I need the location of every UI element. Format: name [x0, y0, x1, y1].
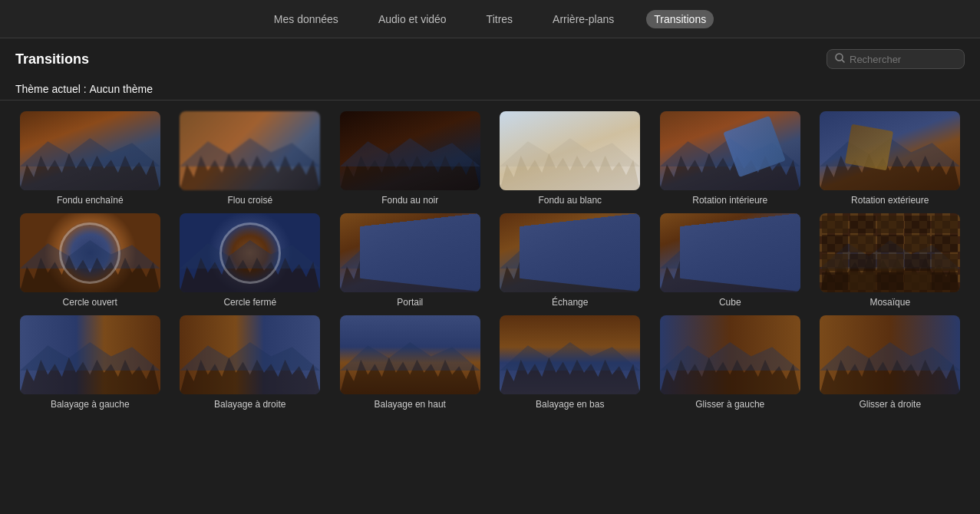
transition-label-balayage-haut: Balayage en haut — [375, 399, 446, 410]
mosaic-cell — [850, 254, 876, 272]
transition-item-fondu-au-blanc[interactable]: Fondu au blanc — [496, 111, 645, 206]
page-title: Transitions — [15, 51, 89, 68]
nav-item-mes-donnees[interactable]: Mes données — [266, 10, 346, 28]
transition-label-echange: Échange — [552, 297, 588, 308]
mosaic-cell — [877, 272, 903, 290]
mosaic-cell — [932, 272, 958, 290]
mosaic-cell — [850, 235, 876, 252]
mosaic-cell — [905, 254, 931, 272]
card-overlay — [724, 116, 786, 177]
transition-thumb-cercle-ouvert — [20, 213, 160, 292]
mosaic-cell — [822, 254, 848, 272]
transition-thumb-balayage-bas — [500, 315, 640, 394]
transition-label-cercle-ouvert: Cercle ouvert — [63, 297, 117, 308]
transition-label-fondu-au-blanc: Fondu au blanc — [538, 195, 602, 206]
svg-line-1 — [842, 60, 844, 62]
transition-label-mosaique: Mosaïque — [869, 297, 910, 308]
transition-thumb-glisser-droite — [820, 315, 960, 394]
mosaic-cell — [905, 235, 931, 252]
mosaic-grid — [820, 213, 960, 292]
search-box — [827, 49, 965, 69]
transition-thumb-fondu-au-blanc — [500, 111, 640, 190]
transition-thumb-glisser-gauche — [660, 315, 800, 394]
transition-thumb-echange — [500, 213, 640, 292]
transition-label-fondu-au-noir: Fondu au noir — [381, 195, 438, 206]
nav-item-titres[interactable]: Titres — [479, 10, 520, 28]
transition-thumb-balayage-gauche — [20, 315, 160, 394]
circle-mask — [59, 222, 120, 284]
cube-face — [680, 213, 800, 292]
card-overlay-2 — [845, 124, 893, 170]
mosaic-cell — [877, 254, 903, 272]
transition-item-rotation-exterieure[interactable]: Rotation extérieure — [816, 111, 965, 206]
transition-label-glisser-droite: Glisser à droite — [859, 399, 921, 410]
transition-thumb-balayage-droite — [180, 315, 320, 394]
cube-face — [520, 213, 640, 292]
transition-label-cercle-ferme: Cercle fermé — [223, 297, 276, 308]
mosaic-cell — [877, 235, 903, 252]
transition-label-cube: Cube — [719, 297, 741, 308]
transitions-grid: Fondu enchaînéFlou croiséFondu au noirFo… — [0, 111, 980, 425]
transition-thumb-rotation-interieure — [660, 111, 800, 190]
nav-item-arriere-plans[interactable]: Arrière-plans — [545, 10, 622, 28]
transition-label-fondu-enchaine: Fondu enchaîné — [57, 195, 124, 206]
mosaic-cell — [932, 216, 958, 233]
transition-item-mosaique[interactable]: Mosaïque — [816, 213, 965, 308]
search-input[interactable] — [850, 54, 949, 65]
nav-item-audio-video[interactable]: Audio et vidéo — [371, 10, 454, 28]
transition-item-cercle-ouvert[interactable]: Cercle ouvert — [15, 213, 165, 308]
transition-item-fondu-au-noir[interactable]: Fondu au noir — [335, 111, 485, 206]
circle-mask — [219, 222, 281, 284]
search-icon — [835, 53, 845, 65]
mosaic-cell — [822, 235, 848, 252]
transition-item-balayage-droite[interactable]: Balayage à droite — [176, 315, 325, 410]
mosaic-cell — [877, 216, 903, 233]
mosaic-cell — [850, 272, 876, 290]
transition-thumb-cube — [660, 213, 800, 292]
theme-section: Thème actuel : Aucun thème — [0, 77, 980, 100]
transition-item-flou-croise[interactable]: Flou croisé — [176, 111, 325, 206]
transition-item-cube[interactable]: Cube — [655, 213, 805, 308]
transition-thumb-flou-croise — [180, 111, 320, 190]
transition-label-balayage-droite: Balayage à droite — [214, 399, 285, 410]
transition-item-fondu-enchaine[interactable]: Fondu enchaîné — [15, 111, 165, 206]
cube-face — [360, 213, 480, 292]
top-nav: Mes données Audio et vidéo Titres Arrièr… — [0, 0, 980, 38]
transition-item-balayage-bas[interactable]: Balayage en bas — [496, 315, 645, 410]
mosaic-cell — [822, 272, 848, 290]
transition-label-portail: Portail — [397, 297, 423, 308]
theme-label: Thème actuel : Aucun thème — [15, 83, 153, 95]
transition-thumb-rotation-exterieure — [820, 111, 960, 190]
mosaic-cell — [905, 216, 931, 233]
transition-item-cercle-ferme[interactable]: Cercle fermé — [176, 213, 325, 308]
transition-label-flou-croise: Flou croisé — [227, 195, 272, 206]
mosaic-cell — [905, 272, 931, 290]
transition-thumb-fondu-au-noir — [340, 111, 480, 190]
transition-item-portail[interactable]: Portail — [335, 213, 485, 308]
transition-thumb-portail — [340, 213, 480, 292]
transition-item-balayage-gauche[interactable]: Balayage à gauche — [15, 315, 165, 410]
transition-label-glisser-gauche: Glisser à gauche — [695, 399, 764, 410]
mosaic-cell — [932, 235, 958, 252]
transition-thumb-cercle-ferme — [180, 213, 320, 292]
transition-item-echange[interactable]: Échange — [496, 213, 645, 308]
mosaic-cell — [822, 216, 848, 233]
transition-thumb-mosaique — [820, 213, 960, 292]
transition-label-rotation-exterieure: Rotation extérieure — [851, 195, 929, 206]
transition-item-glisser-droite[interactable]: Glisser à droite — [816, 315, 965, 410]
transition-item-rotation-interieure[interactable]: Rotation intérieure — [655, 111, 805, 206]
transition-label-rotation-interieure: Rotation intérieure — [692, 195, 767, 206]
transition-item-balayage-haut[interactable]: Balayage en haut — [335, 315, 485, 410]
mosaic-cell — [850, 216, 876, 233]
panel-header: Transitions — [0, 38, 980, 77]
nav-item-transitions[interactable]: Transitions — [646, 10, 714, 28]
transition-item-glisser-gauche[interactable]: Glisser à gauche — [655, 315, 805, 410]
transition-label-balayage-gauche: Balayage à gauche — [51, 399, 130, 410]
mosaic-cell — [932, 254, 958, 272]
transition-thumb-fondu-enchaine — [20, 111, 160, 190]
transition-thumb-balayage-haut — [340, 315, 480, 394]
transition-label-balayage-bas: Balayage en bas — [536, 399, 604, 410]
